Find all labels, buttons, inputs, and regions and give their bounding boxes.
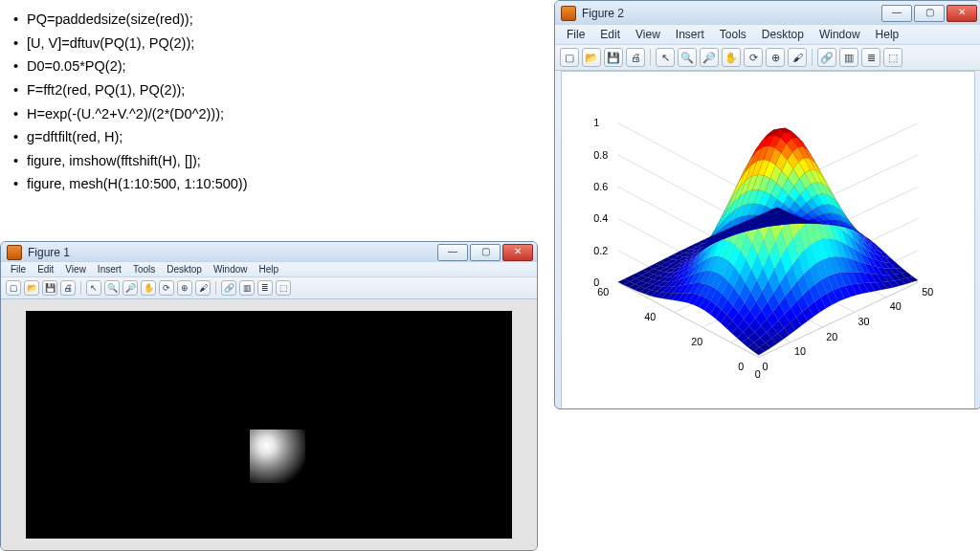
brush-icon[interactable]: 🖌 <box>788 48 807 67</box>
menu-desktop[interactable]: Desktop <box>163 264 206 275</box>
bullet: • <box>13 172 27 196</box>
matlab-icon <box>7 245 22 260</box>
link-icon[interactable]: 🔗 <box>221 280 236 296</box>
data-cursor-icon[interactable]: ⊕ <box>766 48 785 67</box>
figure1-window: Figure 1 — ▢ ✕ File Edit View Insert Too… <box>0 241 538 551</box>
maximize-button[interactable]: ▢ <box>914 5 945 22</box>
open-file-icon[interactable]: 📂 <box>582 48 601 67</box>
svg-text:0.2: 0.2 <box>593 245 608 256</box>
colorbar-icon[interactable]: ▥ <box>239 280 255 296</box>
svg-text:10: 10 <box>794 345 806 357</box>
pointer-icon[interactable]: ↖ <box>656 48 675 67</box>
code-line: D0=0.05*PQ(2); <box>27 55 126 78</box>
bullet: • <box>13 102 27 126</box>
svg-text:60: 60 <box>597 286 609 298</box>
titlebar[interactable]: Figure 1 — ▢ ✕ <box>1 242 537 261</box>
svg-text:0: 0 <box>738 361 744 372</box>
image-display <box>26 311 512 539</box>
data-cursor-icon[interactable]: ⊕ <box>177 280 192 296</box>
menu-view[interactable]: View <box>630 27 666 42</box>
zoom-out-icon[interactable]: 🔎 <box>700 48 719 67</box>
menu-help[interactable]: Help <box>870 27 905 42</box>
svg-text:0: 0 <box>755 368 761 380</box>
code-line: figure, mesh(H(1:10:500, 1:10:500)) <box>27 172 248 196</box>
rotate-icon[interactable]: ⟳ <box>159 280 174 296</box>
bullet: • <box>13 55 27 78</box>
dock-icon[interactable]: ⬚ <box>276 280 291 296</box>
save-icon[interactable]: 💾 <box>42 280 57 296</box>
svg-text:0: 0 <box>763 361 768 372</box>
pointer-icon[interactable]: ↖ <box>86 280 101 296</box>
mesh-plot: 00.20.40.60.810204060010203040500 <box>562 72 974 408</box>
zoom-in-icon[interactable]: 🔍 <box>104 280 120 296</box>
window-title: Figure 1 <box>28 246 437 259</box>
svg-text:30: 30 <box>858 316 870 327</box>
menu-tools[interactable]: Tools <box>714 27 752 42</box>
menu-edit[interactable]: Edit <box>594 27 626 42</box>
svg-text:20: 20 <box>826 331 837 342</box>
menu-file[interactable]: File <box>561 27 590 42</box>
window-title: Figure 2 <box>582 7 881 20</box>
close-button[interactable]: ✕ <box>502 244 533 261</box>
print-icon[interactable]: 🖨 <box>626 48 645 67</box>
dock-icon[interactable]: ⬚ <box>883 48 902 67</box>
svg-text:40: 40 <box>644 311 656 322</box>
minimize-button[interactable]: — <box>881 5 912 22</box>
toolbar: ▢📂💾🖨↖🔍🔎✋⟳⊕🖌🔗▥≣⬚ <box>1 277 537 299</box>
bullet: • <box>13 78 27 102</box>
open-file-icon[interactable]: 📂 <box>24 280 39 296</box>
legend-icon[interactable]: ≣ <box>257 280 273 296</box>
menu-insert[interactable]: Insert <box>670 27 710 42</box>
code-line: g=dftfilt(red, H); <box>27 125 122 149</box>
svg-text:20: 20 <box>691 336 702 347</box>
menu-tools[interactable]: Tools <box>129 264 159 275</box>
bullet: • <box>13 149 27 173</box>
svg-text:40: 40 <box>890 300 902 312</box>
menu-desktop[interactable]: Desktop <box>756 27 810 42</box>
menu-insert[interactable]: Insert <box>94 264 125 275</box>
matlab-icon <box>561 6 576 21</box>
menu-help[interactable]: Help <box>256 264 283 275</box>
code-line: PQ=paddedsize(size(red)); <box>27 8 193 32</box>
menu-window[interactable]: Window <box>210 264 252 275</box>
code-line: H=exp(-(U.^2+V.^2)/(2*(D0^2))); <box>27 102 224 126</box>
pan-icon[interactable]: ✋ <box>141 280 156 296</box>
svg-text:1: 1 <box>593 117 599 128</box>
menubar: File Edit View Insert Tools Desktop Wind… <box>555 24 980 45</box>
toolbar: ▢📂💾🖨↖🔍🔎✋⟳⊕🖌🔗▥≣⬚ <box>555 45 980 71</box>
new-file-icon[interactable]: ▢ <box>6 280 21 296</box>
figure1-canvas[interactable] <box>1 299 537 550</box>
titlebar[interactable]: Figure 2 — ▢ ✕ <box>555 1 980 24</box>
close-button[interactable]: ✕ <box>947 5 977 22</box>
menu-window[interactable]: Window <box>813 27 866 42</box>
colorbar-icon[interactable]: ▥ <box>839 48 858 67</box>
save-icon[interactable]: 💾 <box>604 48 623 67</box>
menu-file[interactable]: File <box>7 264 30 275</box>
new-file-icon[interactable]: ▢ <box>560 48 579 67</box>
gaussian-blob <box>250 430 305 483</box>
svg-text:50: 50 <box>922 286 933 298</box>
code-line: F=fft2(red, PQ(1), PQ(2)); <box>27 78 185 102</box>
rotate-icon[interactable]: ⟳ <box>744 48 763 67</box>
menubar: File Edit View Insert Tools Desktop Wind… <box>1 261 537 277</box>
code-line: figure, imshow(fftshift(H), []); <box>27 149 201 173</box>
svg-text:0.6: 0.6 <box>593 181 608 192</box>
code-line: [U, V]=dftuv(PQ(1), PQ(2)); <box>27 32 194 55</box>
print-icon[interactable]: 🖨 <box>60 280 76 296</box>
legend-icon[interactable]: ≣ <box>861 48 880 67</box>
figure2-canvas[interactable]: 00.20.40.60.810204060010203040500 <box>561 71 975 409</box>
menu-edit[interactable]: Edit <box>33 264 57 275</box>
maximize-button[interactable]: ▢ <box>470 244 501 261</box>
bullet: • <box>13 8 27 32</box>
figure2-window: Figure 2 — ▢ ✕ File Edit View Insert Too… <box>554 0 980 409</box>
minimize-button[interactable]: — <box>437 244 468 261</box>
zoom-out-icon[interactable]: 🔎 <box>122 280 138 296</box>
menu-view[interactable]: View <box>61 264 90 275</box>
svg-text:0.4: 0.4 <box>593 212 608 224</box>
brush-icon[interactable]: 🖌 <box>195 280 211 296</box>
pan-icon[interactable]: ✋ <box>722 48 741 67</box>
link-icon[interactable]: 🔗 <box>817 48 836 67</box>
code-list: •PQ=paddedsize(size(red)); •[U, V]=dftuv… <box>13 8 248 196</box>
svg-text:0.8: 0.8 <box>593 149 608 161</box>
zoom-in-icon[interactable]: 🔍 <box>678 48 697 67</box>
